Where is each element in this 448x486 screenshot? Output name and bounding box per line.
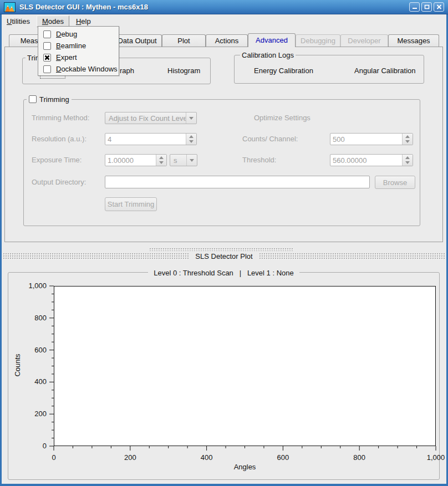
y-tick-label: 600 <box>12 346 47 354</box>
resolution-label: Resolution (a.u.): <box>32 135 86 143</box>
trimming-method-label: Trimming Method: <box>32 114 89 122</box>
x-tick-label: 200 <box>108 453 152 462</box>
splitter-handle[interactable] <box>150 248 294 251</box>
spinner-arrows-icon[interactable] <box>186 134 196 145</box>
menu-item-beamline[interactable]: Beamline <box>38 40 119 52</box>
close-button[interactable] <box>434 2 444 12</box>
y-tick-label: 800 <box>12 314 47 322</box>
y-tick-label: 0 <box>12 442 47 450</box>
y-axis-label: Counts <box>13 354 22 376</box>
output-directory-label: Output Directory: <box>32 178 86 186</box>
maximize-button[interactable] <box>421 2 432 12</box>
start-trimming-button[interactable]: Start Trimming <box>105 197 157 211</box>
tab-advanced[interactable]: Advanced <box>248 33 296 47</box>
beamline-checkbox[interactable] <box>43 42 51 50</box>
trimming-group-title: Trimming <box>39 95 69 104</box>
y-tick-label: 1,000 <box>12 282 47 290</box>
y-tick-label: 200 <box>12 410 47 418</box>
menu-utilities[interactable]: Utilities <box>2 16 35 27</box>
application-window: SLS Detector GUI : Mythen - mcs6x18 Util… <box>0 0 448 486</box>
threshold-input[interactable] <box>330 155 402 166</box>
output-directory-field[interactable] <box>105 176 370 188</box>
debug-checkbox[interactable] <box>43 30 51 38</box>
menu-item-dockable-windows[interactable]: Dockable Windows <box>38 63 119 75</box>
energy-calibration-label: Energy Calibration <box>254 66 313 75</box>
counts-channel-label: Counts/ Channel: <box>242 135 298 143</box>
plot-title: Level 0 : Threshold Scan | Level 1 : Non… <box>8 268 440 278</box>
browse-button[interactable]: Browse <box>375 176 415 189</box>
title-bar: SLS Detector GUI : Mythen - mcs6x18 <box>0 0 448 14</box>
window-border-left <box>0 14 2 484</box>
threshold-spinbox[interactable] <box>330 154 413 166</box>
counts-channel-input[interactable] <box>330 134 402 145</box>
menu-item-debug[interactable]: Debug <box>38 28 119 40</box>
exposure-time-input[interactable] <box>105 155 156 166</box>
expert-checkbox[interactable] <box>43 54 51 62</box>
menu-help[interactable]: Help <box>71 16 96 27</box>
window-border-bottom <box>0 484 448 486</box>
optimize-settings-label: Optimize Settings <box>254 114 310 122</box>
tab-developer: Developer <box>340 34 388 47</box>
x-tick-label: 400 <box>185 453 229 462</box>
exposure-time-spinbox[interactable] <box>105 154 167 166</box>
chevron-down-icon <box>186 112 196 124</box>
counts-channel-spinbox[interactable] <box>330 133 413 145</box>
resolution-input[interactable] <box>105 134 186 145</box>
dock-title-texture[interactable] <box>259 253 445 260</box>
x-tick-label: 800 <box>337 453 381 462</box>
calibration-logs-title: Calibration Logs <box>240 51 296 59</box>
app-icon[interactable] <box>4 2 16 12</box>
y-tick-label: 400 <box>12 377 47 386</box>
dock-title[interactable]: SLS Detector Plot <box>191 252 257 260</box>
exposure-unit-combobox[interactable]: s <box>170 154 197 166</box>
angular-calibration-label: Angular Calibration <box>354 66 416 75</box>
chevron-down-icon <box>186 155 197 166</box>
x-tick-label: 0 <box>32 453 76 462</box>
menu-item-expert[interactable]: Expert <box>38 52 119 63</box>
x-tick-label: 600 <box>261 453 305 462</box>
x-axis-label: Angles <box>54 463 436 471</box>
minimize-button[interactable] <box>409 2 420 12</box>
trimming-checkbox[interactable] <box>29 95 37 103</box>
spinner-arrows-icon[interactable] <box>156 155 166 166</box>
threshold-label: Threshold: <box>242 156 276 164</box>
resolution-spinbox[interactable] <box>105 133 197 145</box>
trimming-method-combobox[interactable]: Adjust to Fix Count Level <box>105 112 197 124</box>
dockable-windows-checkbox[interactable] <box>43 65 51 73</box>
trimming-group-header: Trimming <box>27 95 72 104</box>
spinner-arrows-icon[interactable] <box>402 134 413 145</box>
modes-menu-popup: Debug Beamline Expert Dockable Windows <box>38 26 119 76</box>
spinner-arrows-icon[interactable] <box>402 155 413 166</box>
tab-data-output[interactable]: Data Output <box>113 34 162 47</box>
tab-debugging: Debugging <box>296 34 340 47</box>
menu-modes[interactable]: Modes <box>37 16 69 27</box>
radio-graph-label-fragment: raph <box>120 66 134 75</box>
plot-canvas <box>54 286 436 446</box>
dock-title-texture[interactable] <box>3 253 189 260</box>
histogram-radio-label: Histogram <box>167 66 200 75</box>
x-tick-label: 1,000 <box>414 453 448 462</box>
menu-bar: Utilities Modes Help <box>0 15 448 27</box>
tab-plot[interactable]: Plot <box>162 34 206 47</box>
tab-messages[interactable]: Messages <box>388 34 439 47</box>
tab-actions[interactable]: Actions <box>206 34 248 47</box>
exposure-time-label: Exposure Time: <box>32 156 82 164</box>
window-title: SLS Detector GUI : Mythen - mcs6x18 <box>19 3 148 11</box>
